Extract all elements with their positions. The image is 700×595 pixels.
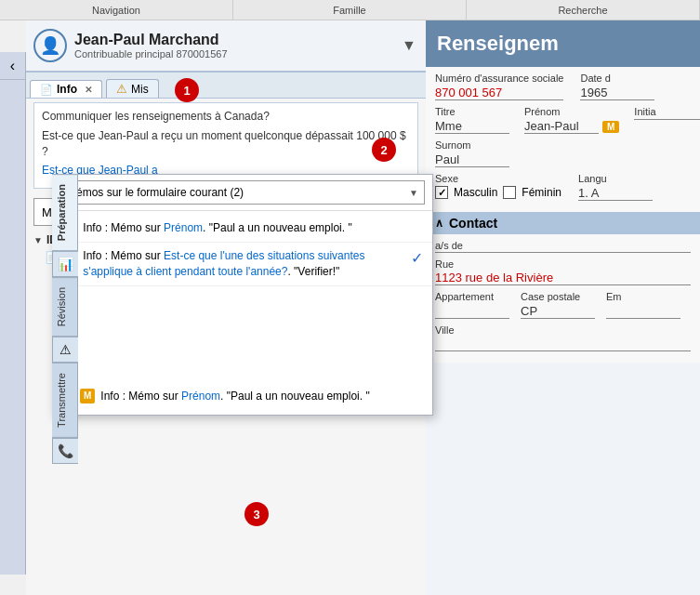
form-field-prenom: Prénom Jean-Paul M — [524, 106, 619, 134]
top-navigation: Navigation Famille Recherche — [0, 0, 700, 20]
side-tab-transmettre[interactable]: Transmettre — [52, 363, 78, 438]
masculin-label: Masculin — [454, 186, 497, 199]
person-subtitle: Contribuable principal 870001567 — [74, 48, 392, 60]
nas-value: 870 001 567 — [435, 86, 563, 100]
memo-text-0: Info : Mémo sur Prénom. "Paul a un nouve… — [83, 220, 351, 236]
form-field-initia: Initia — [634, 106, 700, 120]
side-icon-warning[interactable]: ⚠ — [52, 337, 78, 363]
ville-label: Ville — [435, 324, 691, 336]
prep-dropdown[interactable]: Mémos sur le formulaire courant (2) ▼ — [60, 180, 425, 205]
initia-label: Initia — [634, 106, 700, 117]
form-row-titre: Titre Mme Prénom Jean-Paul M Initia — [435, 106, 691, 134]
memo-link-0[interactable]: Prénom — [164, 221, 203, 234]
prenom-label: Prénom — [524, 106, 619, 117]
emp-label: Em — [606, 291, 680, 302]
nav-recherche[interactable]: Recherche — [467, 0, 700, 20]
form-field-apt: Appartement — [435, 291, 509, 319]
prep-dropdown-label: Mémos sur le formulaire courant (2) — [67, 186, 244, 199]
form-field-sexe: Sexe Masculin Féminin — [435, 173, 561, 199]
contact-row-rue: Rue 1123 rue de la Rivière — [435, 258, 691, 285]
info-question-2: Est-ce que Jean-Paul a reçu un moment qu… — [42, 128, 410, 160]
left-panel: 👤 Jean-Paul Marchand Contribuable princi… — [26, 20, 426, 595]
feminin-checkbox[interactable] — [503, 186, 516, 199]
phone-icon: 📞 — [58, 443, 73, 458]
prep-dropdown-container: Mémos sur le formulaire courant (2) ▼ — [53, 175, 432, 211]
sexe-checkboxes: Masculin Féminin — [435, 186, 561, 199]
form-field-nas: Numéro d'assurance sociale 870 001 567 — [435, 73, 563, 100]
contact-row-ville: Ville — [435, 324, 691, 351]
cp-value: CP — [521, 304, 595, 319]
apt-value — [435, 304, 509, 319]
side-icon-phone[interactable]: 📞 — [52, 438, 78, 464]
contact-label: Contact — [449, 216, 497, 231]
main-container: ‹ 👤 Jean-Paul Marchand Contribuable prin… — [0, 20, 700, 595]
langue-value: 1. A — [578, 186, 653, 201]
tab-mis[interactable]: ⚠ Mis — [106, 79, 159, 98]
prenom-value: Jean-Paul — [524, 119, 599, 134]
person-name: Jean-Paul Marchand — [74, 32, 392, 48]
form-title: Renseignem — [426, 20, 700, 67]
contact-header: ∧ Contact — [426, 212, 700, 234]
contact-section: a/s de Rue 1123 rue de la Rivière Appart… — [426, 234, 700, 363]
nav-collapse-btn[interactable]: ‹ — [0, 52, 25, 80]
form-row-nas: Numéro d'assurance sociale 870 001 567 D… — [435, 73, 691, 100]
person-dropdown-btn[interactable]: ▼ — [400, 36, 418, 55]
prenom-m-badge: M — [602, 121, 619, 133]
memo-link-bottom[interactable]: Prénom — [181, 390, 220, 403]
memo-m-badge-bottom: M — [80, 389, 95, 403]
sexe-label: Sexe — [435, 173, 561, 184]
memo-item-0: M Info : Mémo sur Prénom. "Paul a un nou… — [53, 215, 432, 243]
mis-tab-label: Mis — [131, 83, 149, 96]
vertical-side-nav: ‹ — [0, 52, 26, 575]
info-tab-icon: 📄 — [40, 84, 53, 96]
asde-label: a/s de — [435, 240, 691, 251]
right-panel: Renseignem Numéro d'assurance sociale 87… — [426, 20, 700, 595]
form-field-langue: Langu 1. A — [578, 173, 653, 201]
side-tab-preparation[interactable]: Préparation — [52, 174, 78, 251]
apt-label: Appartement — [435, 291, 509, 302]
identification-triangle: ▼ — [33, 235, 43, 245]
side-tab-revision[interactable]: Révision — [52, 277, 78, 337]
tab-info[interactable]: 📄 Info ✕ — [30, 80, 102, 98]
nav-navigation[interactable]: Navigation — [0, 0, 233, 20]
tabs-row: 📄 Info ✕ ⚠ Mis — [26, 73, 426, 99]
contact-row-asde: a/s de — [435, 240, 691, 253]
info-tab-close[interactable]: ✕ — [85, 85, 92, 95]
memo-text-1: Info : Mémo sur Est-ce que l'une des sit… — [83, 248, 405, 280]
ville-value — [435, 337, 691, 351]
form-row-surnom: Surnom Paul — [435, 139, 691, 167]
memo-text-bottom: Info : Mémo sur Prénom. "Paul a un nouve… — [100, 389, 369, 404]
form-field-cp: Case postale CP — [521, 291, 595, 319]
memo-check-icon: ✓ — [411, 248, 423, 269]
asde-value — [435, 252, 691, 253]
form-field-titre: Titre Mme — [435, 106, 509, 134]
langue-label: Langu — [578, 173, 653, 184]
info-tab-label: Info — [57, 83, 77, 96]
memo-item-1: M Info : Mémo sur Est-ce que l'une des s… — [53, 243, 432, 286]
contact-row-apt-cp: Appartement Case postale CP Em — [435, 291, 691, 319]
person-header: 👤 Jean-Paul Marchand Contribuable princi… — [26, 20, 426, 73]
cp-label: Case postale — [521, 291, 595, 302]
side-icon-chart[interactable]: 📊 — [52, 251, 78, 277]
side-labels-col: Préparation 📊 Révision ⚠ Transmettre 📞 — [52, 174, 78, 464]
rue-value: 1123 rue de la Rivière — [435, 271, 691, 285]
warning-icon: ⚠ — [59, 342, 72, 357]
mis-warn-icon: ⚠ — [116, 82, 127, 96]
person-icon: 👤 — [40, 35, 60, 56]
form-row-sexe: Sexe Masculin Féminin Langu 1. A — [435, 173, 691, 201]
memo-item-bottom: ⊘ M Info : Mémo sur Prénom. "Paul a un n… — [53, 383, 432, 415]
date-value: 1965 — [580, 86, 654, 100]
form-field-surnom: Surnom Paul — [435, 139, 509, 167]
feminin-label: Féminin — [522, 186, 561, 199]
titre-value: Mme — [435, 119, 509, 134]
titre-label: Titre — [435, 106, 509, 117]
form-field-date: Date d 1965 — [580, 73, 654, 100]
memo-list: M Info : Mémo sur Prénom. "Paul a un nou… — [53, 211, 432, 290]
initia-value — [634, 119, 700, 120]
form-section-personal: Numéro d'assurance sociale 870 001 567 D… — [426, 67, 700, 212]
info-question-1: Communiquer les renseignements à Canada? — [42, 109, 410, 125]
masculin-checkbox[interactable] — [435, 186, 448, 199]
prep-panel: Mémos sur le formulaire courant (2) ▼ M … — [52, 174, 433, 416]
nav-famille[interactable]: Famille — [233, 0, 467, 20]
avatar: 👤 — [33, 29, 67, 62]
